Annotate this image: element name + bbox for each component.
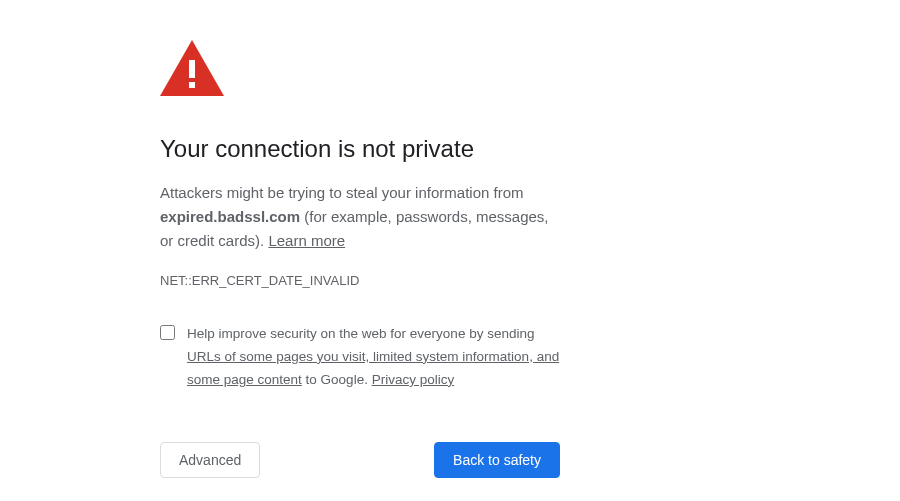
opt-in-label: Help improve security on the web for eve… [187, 323, 560, 392]
button-row: Advanced Back to safety [160, 442, 560, 478]
ssl-error-page: Your connection is not private Attackers… [0, 0, 720, 501]
privacy-policy-link[interactable]: Privacy policy [372, 372, 455, 387]
error-code: NET::ERR_CERT_DATE_INVALID [160, 273, 560, 288]
warning-triangle-icon [160, 40, 560, 100]
learn-more-link[interactable]: Learn more [268, 232, 345, 249]
page-heading: Your connection is not private [160, 135, 560, 163]
svg-rect-1 [189, 60, 195, 78]
description-prefix: Attackers might be trying to steal your … [160, 184, 523, 201]
domain-name: expired.badssl.com [160, 208, 300, 225]
opt-in-row: Help improve security on the web for eve… [160, 323, 560, 392]
opt-in-prefix: Help improve security on the web for eve… [187, 326, 534, 341]
svg-rect-2 [189, 82, 195, 88]
back-to-safety-button[interactable]: Back to safety [434, 442, 560, 478]
opt-in-middle: to Google. [302, 372, 372, 387]
warning-description: Attackers might be trying to steal your … [160, 181, 560, 253]
advanced-button[interactable]: Advanced [160, 442, 260, 478]
opt-in-checkbox[interactable] [160, 325, 175, 340]
